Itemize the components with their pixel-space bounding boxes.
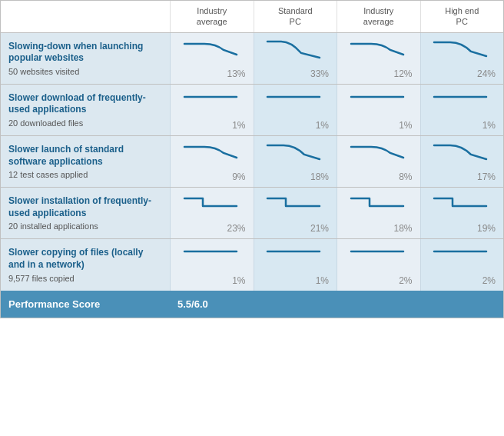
cell-value: 1% [424,120,501,131]
table-header: Industry average Standard PC Industry av… [1,1,503,33]
mini-chart-icon [431,244,492,268]
mini-chart-icon [348,244,410,268]
data-cell: 21% [254,188,337,238]
cell-value: 12% [340,68,417,79]
footer-label: Performance Score [1,291,170,318]
row-label: Slowing-down when launching popular webs… [1,33,170,84]
mini-chart-icon [348,89,410,113]
cell-value: 13% [174,68,250,79]
data-cell: 8% [337,136,420,187]
cell-value: 33% [257,68,334,79]
cell-value: 17% [424,171,501,182]
performance-table: Industry average Standard PC Industry av… [0,0,504,318]
row-title: Slower download of frequently-used appli… [8,92,162,116]
cell-value: 23% [174,223,250,234]
data-cell: 1% [254,239,337,290]
cell-value: 8% [340,171,417,182]
mini-chart-icon [431,192,492,216]
data-cell: 1% [337,85,420,135]
mini-chart-icon [431,141,492,165]
row-subtitle: 12 test cases applied [8,170,162,179]
row-title: Slower installation of frequently-used a… [8,195,162,219]
header-col-high-end-pc: High end PC [420,1,504,32]
row-label: Slower copying of files (locally and in … [1,239,170,290]
cell-value: 18% [257,171,334,182]
mini-chart-icon [348,192,410,216]
row-title: Slower copying of files (locally and in … [8,247,162,271]
row-title: Slower launch of standard software appli… [8,144,162,168]
data-cell: 13% [170,33,254,84]
table-row: Slower installation of frequently-used a… [1,188,503,239]
data-cell: 23% [170,188,254,238]
footer-value: 5.5/6.0 [170,291,503,318]
mini-chart-icon [431,89,492,113]
data-cell: 9% [170,136,254,187]
mini-chart-icon [348,38,410,62]
data-cell: 19% [420,188,504,238]
mini-chart-icon [264,89,326,113]
cell-value: 2% [340,275,417,286]
cell-value: 9% [174,171,250,182]
cell-value: 24% [424,68,501,79]
data-cell: 2% [420,239,504,290]
mini-chart-icon [431,38,492,62]
header-col-standard-pc: Standard PC [254,1,337,32]
cell-value: 1% [174,120,250,131]
row-subtitle: 20 installed applications [8,221,162,231]
table-row: Slowing-down when launching popular webs… [1,33,503,85]
row-subtitle: 9,577 files copied [8,274,162,283]
mini-chart-icon [181,192,243,216]
table-row: Slower launch of standard software appli… [1,136,503,188]
row-label: Slower installation of frequently-used a… [1,188,170,238]
data-cell: 12% [337,33,420,84]
data-cell: 2% [337,239,420,290]
header-col-industry-avg-1: Industry average [170,1,254,32]
row-subtitle: 20 downloaded files [8,118,162,128]
data-cell: 33% [254,33,337,84]
data-cell: 18% [337,188,420,238]
mini-chart-icon [264,244,326,268]
cell-value: 1% [257,120,334,131]
data-cell: 18% [254,136,337,187]
mini-chart-icon [181,141,243,165]
header-col-empty [1,1,170,32]
mini-chart-icon [181,244,243,268]
row-label: Slower launch of standard software appli… [1,136,170,187]
table-body: Slowing-down when launching popular webs… [1,33,503,291]
data-cell: 1% [170,239,254,290]
mini-chart-icon [181,89,243,113]
data-cell: 17% [420,136,504,187]
footer-row: Performance Score 5.5/6.0 [1,291,503,318]
row-subtitle: 50 websites visited [8,67,162,76]
mini-chart-icon [264,38,326,62]
table-row: Slower download of frequently-used appli… [1,85,503,136]
mini-chart-icon [181,38,243,62]
header-col-industry-avg-2: Industry average [337,1,420,32]
cell-value: 2% [424,275,501,286]
row-title: Slowing-down when launching popular webs… [8,41,162,65]
cell-value: 1% [174,275,250,286]
data-cell: 1% [254,85,337,135]
cell-value: 1% [340,120,417,131]
row-label: Slower download of frequently-used appli… [1,85,170,135]
mini-chart-icon [348,141,410,165]
cell-value: 19% [424,223,501,234]
mini-chart-icon [264,141,326,165]
data-cell: 1% [170,85,254,135]
table-row: Slower copying of files (locally and in … [1,239,503,290]
cell-value: 18% [340,223,417,234]
cell-value: 21% [257,223,334,234]
data-cell: 24% [420,33,504,84]
mini-chart-icon [264,192,326,216]
data-cell: 1% [420,85,504,135]
cell-value: 1% [257,275,334,286]
